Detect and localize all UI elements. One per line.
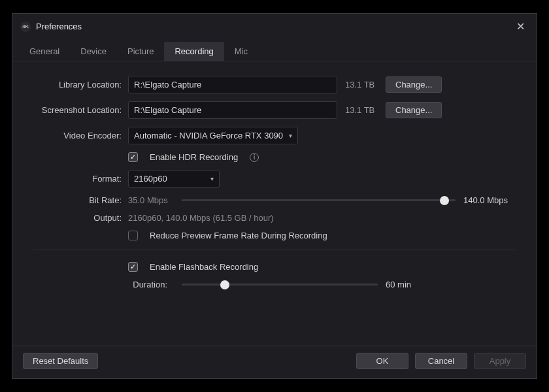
tab-picture[interactable]: Picture <box>117 42 164 61</box>
info-icon[interactable]: i <box>250 153 259 162</box>
chevron-down-icon: ▾ <box>289 132 292 139</box>
screenshot-change-button[interactable]: Change... <box>386 102 442 118</box>
bitrate-slider[interactable] <box>182 196 456 205</box>
duration-label: Duration: <box>128 280 174 289</box>
enable-flashback-checkbox[interactable] <box>128 262 138 272</box>
slider-thumb[interactable] <box>220 280 229 289</box>
enable-hdr-label: Enable HDR Recording <box>150 152 238 162</box>
enable-flashback-label: Enable Flashback Recording <box>150 262 258 272</box>
tabs: General Device Picture Recording Mic <box>12 39 537 61</box>
bitrate-label: Bit Rate: <box>33 195 128 205</box>
enable-hdr-checkbox[interactable] <box>128 152 138 162</box>
video-encoder-select[interactable]: Automatic - NVIDIA GeForce RTX 3090 ▾ <box>128 127 298 144</box>
titlebar: 4K Preferences ✕ <box>12 14 537 39</box>
slider-track <box>182 284 378 286</box>
output-value: 2160p60, 140.0 Mbps (61.5 GB / hour) <box>128 213 274 223</box>
preferences-window: 4K Preferences ✕ General Device Picture … <box>12 13 537 379</box>
chevron-down-icon: ▾ <box>210 175 214 182</box>
screenshot-location-input[interactable] <box>128 101 337 119</box>
reduce-preview-checkbox[interactable] <box>128 231 138 240</box>
app-icon: 4K <box>20 22 31 32</box>
apply-button[interactable]: Apply <box>474 353 526 369</box>
ok-button[interactable]: OK <box>356 353 408 369</box>
window-title: Preferences <box>36 22 512 31</box>
video-encoder-value: Automatic - NVIDIA GeForce RTX 3090 <box>134 131 283 140</box>
close-icon[interactable]: ✕ <box>512 19 529 34</box>
format-select[interactable]: 2160p60 ▾ <box>128 170 220 188</box>
slider-thumb[interactable] <box>440 196 449 205</box>
duration-slider[interactable] <box>182 280 378 289</box>
library-location-label: Library Location: <box>33 80 128 90</box>
tab-device[interactable]: Device <box>70 42 117 61</box>
cancel-button[interactable]: Cancel <box>415 353 467 369</box>
content-pane: Library Location: 13.1 TB Change... Scre… <box>12 61 537 346</box>
screenshot-location-label: Screenshot Location: <box>33 105 128 115</box>
bitrate-max: 140.0 Mbps <box>463 195 516 205</box>
library-change-button[interactable]: Change... <box>386 76 442 93</box>
library-size: 13.1 TB <box>345 80 378 90</box>
reduce-preview-label: Reduce Preview Frame Rate During Recordi… <box>150 231 327 240</box>
format-label: Format: <box>33 174 128 184</box>
tab-general[interactable]: General <box>19 42 70 61</box>
tab-mic[interactable]: Mic <box>224 42 258 61</box>
footer: Reset Defaults OK Cancel Apply <box>12 346 537 378</box>
library-location-input[interactable] <box>128 76 337 93</box>
separator <box>33 250 516 250</box>
tab-recording[interactable]: Recording <box>164 42 224 61</box>
format-value: 2160p60 <box>134 174 167 184</box>
duration-max: 60 min <box>386 280 425 289</box>
video-encoder-label: Video Encoder: <box>33 131 128 140</box>
slider-track <box>182 199 456 201</box>
output-label: Output: <box>33 213 128 223</box>
screenshot-size: 13.1 TB <box>345 105 378 115</box>
reset-defaults-button[interactable]: Reset Defaults <box>23 353 98 369</box>
bitrate-min: 35.0 Mbps <box>128 195 174 205</box>
